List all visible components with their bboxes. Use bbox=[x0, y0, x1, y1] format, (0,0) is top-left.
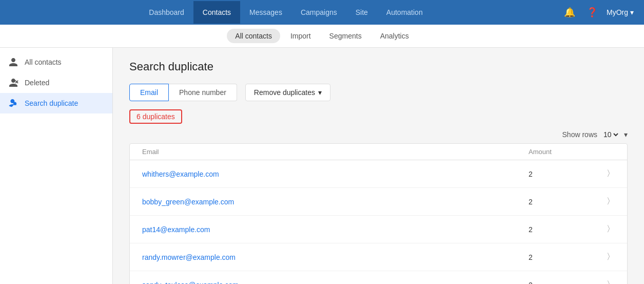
tabs-container: Email Phone number Remove duplicates ▾ bbox=[129, 84, 628, 101]
row-expand-3[interactable]: 〉 bbox=[590, 224, 615, 235]
row-amount-2: 2 bbox=[529, 198, 590, 206]
remove-duplicates-label: Remove duplicates bbox=[254, 88, 315, 97]
top-nav-right: 🔔 ❓ MyOrg ▾ bbox=[561, 4, 634, 21]
table-header: Email Amount bbox=[130, 144, 627, 160]
table-row[interactable]: bobby_green@example.com 2 〉 bbox=[130, 188, 627, 216]
header-expand bbox=[590, 148, 615, 156]
nav-contacts[interactable]: Contacts bbox=[193, 1, 240, 24]
chevron-down-icon: 〉 bbox=[607, 279, 615, 284]
sidebar-item-label-search-duplicate: Search duplicate bbox=[25, 99, 78, 107]
chevron-down-icon: 〉 bbox=[607, 224, 615, 235]
sidebar-item-deleted[interactable]: Deleted bbox=[0, 72, 112, 93]
org-menu-button[interactable]: MyOrg ▾ bbox=[607, 8, 634, 16]
table-row[interactable]: whithers@example.com 2 〉 bbox=[130, 160, 627, 188]
row-amount-5: 2 bbox=[529, 281, 590, 285]
nav-messages[interactable]: Messages bbox=[240, 1, 291, 24]
tab-email[interactable]: Email bbox=[129, 84, 169, 101]
row-expand-5[interactable]: 〉 bbox=[590, 279, 615, 284]
table-row[interactable]: randy.mowrer@example.com 2 〉 bbox=[130, 243, 627, 271]
nav-campaigns[interactable]: Campaigns bbox=[291, 1, 346, 24]
row-amount-4: 2 bbox=[529, 253, 590, 261]
notification-button[interactable]: 🔔 bbox=[561, 4, 578, 21]
table-row[interactable]: pat14@example.com 2 〉 bbox=[130, 216, 627, 243]
sub-nav: All contacts Import Segments Analytics bbox=[0, 25, 644, 48]
header-email: Email bbox=[142, 148, 529, 156]
top-nav: Dashboard Contacts Messages Campaigns Si… bbox=[0, 0, 644, 25]
row-email-5: sandy_toulose@example.com bbox=[142, 281, 529, 285]
person-icon bbox=[8, 57, 18, 67]
person-x-icon bbox=[8, 78, 18, 88]
sidebar-item-label-all-contacts: All contacts bbox=[25, 58, 62, 66]
org-label: MyOrg bbox=[607, 8, 628, 16]
subnav-all-contacts[interactable]: All contacts bbox=[227, 29, 280, 43]
row-expand-1[interactable]: 〉 bbox=[590, 168, 615, 179]
chevron-down-icon: 〉 bbox=[607, 196, 615, 207]
top-nav-links: Dashboard Contacts Messages Campaigns Si… bbox=[10, 1, 561, 24]
row-amount-3: 2 bbox=[529, 225, 590, 234]
nav-site[interactable]: Site bbox=[346, 1, 377, 24]
show-rows-select[interactable]: 10 25 50 bbox=[601, 130, 620, 139]
help-button[interactable]: ❓ bbox=[584, 4, 600, 21]
sidebar-item-label-deleted: Deleted bbox=[25, 79, 49, 87]
row-email-4: randy.mowrer@example.com bbox=[142, 253, 529, 261]
subnav-segments[interactable]: Segments bbox=[321, 29, 370, 43]
nav-automation[interactable]: Automation bbox=[377, 1, 432, 24]
subnav-import[interactable]: Import bbox=[282, 29, 319, 43]
main-content: Search duplicate Email Phone number Remo… bbox=[113, 48, 644, 284]
data-table: Email Amount whithers@example.com 2 〉 bo… bbox=[129, 143, 628, 284]
row-expand-4[interactable]: 〉 bbox=[590, 252, 615, 262]
nav-dashboard[interactable]: Dashboard bbox=[140, 1, 193, 24]
row-expand-2[interactable]: 〉 bbox=[590, 196, 615, 207]
chevron-down-icon: 〉 bbox=[607, 252, 615, 262]
sidebar-item-search-duplicate[interactable]: Search duplicate bbox=[0, 93, 112, 113]
chevron-down-icon: 〉 bbox=[607, 168, 615, 179]
tab-phone-number[interactable]: Phone number bbox=[169, 84, 237, 101]
chevron-down-icon: ▾ bbox=[630, 8, 634, 16]
main-layout: All contacts Deleted Search duplicate Se… bbox=[0, 48, 644, 284]
duplicates-badge: 6 duplicates bbox=[129, 109, 182, 124]
show-rows-label: Show rows bbox=[562, 130, 597, 139]
chevron-down-icon: ▾ bbox=[624, 130, 628, 139]
subnav-analytics[interactable]: Analytics bbox=[372, 29, 417, 43]
row-email-1: whithers@example.com bbox=[142, 170, 529, 178]
person-search-icon bbox=[8, 98, 18, 108]
sidebar: All contacts Deleted Search duplicate bbox=[0, 48, 113, 284]
table-row[interactable]: sandy_toulose@example.com 2 〉 bbox=[130, 271, 627, 284]
remove-duplicates-button[interactable]: Remove duplicates ▾ bbox=[245, 84, 330, 101]
table-controls: Show rows 10 25 50 ▾ bbox=[129, 130, 628, 139]
header-amount: Amount bbox=[529, 148, 590, 156]
row-email-2: bobby_green@example.com bbox=[142, 198, 529, 206]
sidebar-item-all-contacts[interactable]: All contacts bbox=[0, 52, 112, 72]
row-email-3: pat14@example.com bbox=[142, 225, 529, 234]
row-amount-1: 2 bbox=[529, 170, 590, 178]
page-title: Search duplicate bbox=[129, 60, 628, 73]
chevron-down-icon: ▾ bbox=[318, 88, 322, 97]
